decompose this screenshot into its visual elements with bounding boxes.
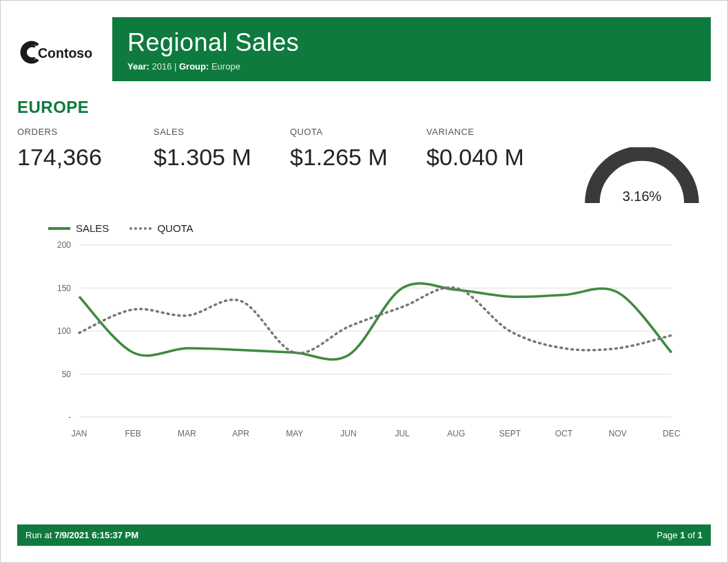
logo-text: Contoso xyxy=(38,45,92,60)
svg-text:JAN: JAN xyxy=(72,429,87,438)
svg-text:JUL: JUL xyxy=(395,429,410,438)
variance-value: $0.040 M xyxy=(426,144,543,171)
gauge-chart: 3.16% xyxy=(573,127,711,204)
legend-swatch-quota xyxy=(129,227,152,230)
group-label: Group: xyxy=(179,61,209,72)
svg-text:JUN: JUN xyxy=(340,429,356,438)
metric-quota: QUOTA $1.265 M xyxy=(290,127,407,171)
orders-label: ORDERS xyxy=(17,127,134,137)
variance-label: VARIANCE xyxy=(426,127,543,137)
legend-sales: SALES xyxy=(48,222,109,234)
quota-value: $1.265 M xyxy=(290,144,407,171)
metric-orders: ORDERS 174,366 xyxy=(17,127,134,171)
legend-quota-label: QUOTA xyxy=(157,222,193,234)
report-title: Regional Sales xyxy=(127,28,696,57)
title-bar: Regional Sales Year: 2016 | Group: Europ… xyxy=(112,17,711,81)
svg-text:APR: APR xyxy=(232,429,249,438)
line-chart: SALES QUOTA -50100150200JANFEBMARAPRMAYJ… xyxy=(17,215,711,447)
svg-text:200: 200 xyxy=(57,240,71,250)
logo: Contoso xyxy=(17,17,100,81)
svg-text:100: 100 xyxy=(57,326,71,336)
svg-text:FEB: FEB xyxy=(125,429,141,438)
chart-legend: SALES QUOTA xyxy=(48,222,697,234)
svg-text:DEC: DEC xyxy=(663,429,680,438)
year-value: 2016 xyxy=(152,61,171,72)
svg-text:150: 150 xyxy=(57,284,71,293)
chart-canvas: -50100150200JANFEBMARAPRMAYJUNJULAUGSEPT… xyxy=(38,238,685,445)
quota-label: QUOTA xyxy=(290,127,407,137)
metric-variance: VARIANCE $0.040 M xyxy=(426,127,543,171)
legend-sales-label: SALES xyxy=(76,222,109,234)
legend-quota: QUOTA xyxy=(129,222,193,234)
svg-text:OCT: OCT xyxy=(555,429,573,438)
svg-text:NOV: NOV xyxy=(609,429,627,438)
report-subtitle: Year: 2016 | Group: Europe xyxy=(127,61,696,72)
svg-text:SEPT: SEPT xyxy=(499,429,521,438)
svg-text:-: - xyxy=(68,412,71,422)
contoso-logo-icon: Contoso xyxy=(17,32,100,73)
sales-value: $1.305 M xyxy=(154,144,271,171)
metric-sales: SALES $1.305 M xyxy=(154,127,271,171)
year-label: Year: xyxy=(127,61,149,72)
sales-label: SALES xyxy=(154,127,271,137)
metrics-row: ORDERS 174,366 SALES $1.305 M QUOTA $1.2… xyxy=(17,127,711,204)
header-row: Contoso Regional Sales Year: 2016 | Grou… xyxy=(17,17,711,81)
svg-text:MAY: MAY xyxy=(286,429,303,438)
svg-text:MAR: MAR xyxy=(178,429,196,438)
svg-text:AUG: AUG xyxy=(447,429,465,438)
legend-swatch-sales xyxy=(48,227,70,230)
svg-text:50: 50 xyxy=(62,370,72,379)
region-heading: EUROPE xyxy=(17,98,711,117)
footer-page: Page 1 of 1 xyxy=(656,530,703,540)
footer-runtime: Run at 7/9/2021 6:15:37 PM xyxy=(25,530,138,540)
group-value: Europe xyxy=(211,61,240,72)
report-page: Contoso Regional Sales Year: 2016 | Grou… xyxy=(1,1,727,447)
footer-bar: Run at 7/9/2021 6:15:37 PM Page 1 of 1 xyxy=(17,524,711,546)
orders-value: 174,366 xyxy=(17,144,134,171)
